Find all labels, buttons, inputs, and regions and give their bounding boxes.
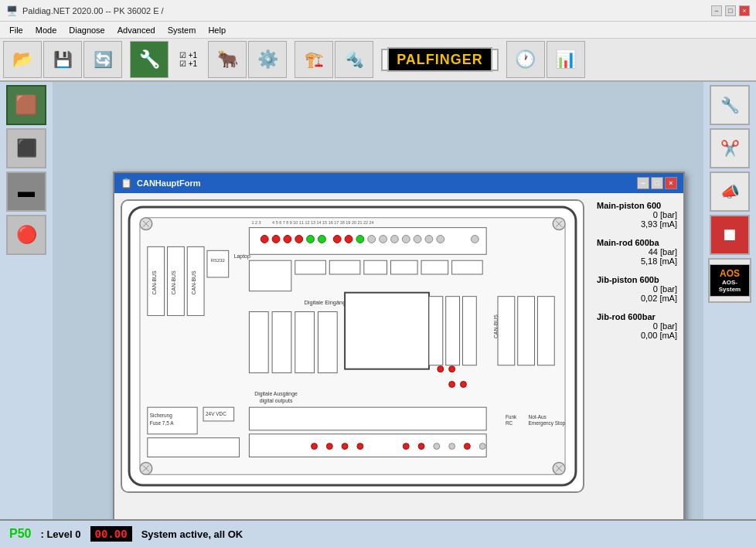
can-dialog-icon: 📋 [121, 178, 132, 189]
sidebar-left-item-4[interactable]: 🔴 [6, 215, 46, 255]
status-level: : Level 0 [40, 528, 80, 540]
svg-point-54 [461, 382, 467, 388]
svg-point-60 [312, 443, 318, 450]
aos-logo: AOSAOS-System [710, 264, 750, 297]
sidebar-left-item-1[interactable]: 🟫 [6, 85, 46, 125]
sidebar-left: 🟫 ⬛ ▬ 🔴 [0, 82, 53, 522]
svg-point-61 [326, 443, 332, 450]
board-icon: ▬ [18, 182, 35, 202]
sidebar-left-item-3[interactable]: ▬ [6, 172, 46, 212]
chart-button[interactable]: 📊 [547, 41, 585, 78]
svg-point-68 [464, 443, 470, 450]
sensor-main-rod-ma: 5,18 [mA] [597, 257, 677, 266]
svg-rect-43 [318, 311, 337, 372]
status-code: P50 [9, 527, 31, 541]
svg-point-69 [479, 443, 485, 450]
electrical-diagram: CAN-BUS CAN-BUS CAN-BUS RS232 Laptop [121, 199, 584, 493]
folder-icon: 📂 [12, 49, 33, 70]
svg-point-25 [380, 236, 387, 243]
sidebar-right-item-1[interactable]: 🔧 [710, 85, 750, 125]
svg-rect-34 [329, 260, 360, 274]
sensor-jib-piston-label: Jib-piston 600b [597, 275, 677, 284]
tool5-button[interactable]: 🔩 [335, 41, 373, 78]
can-dialog-minimize[interactable]: − [637, 177, 649, 189]
svg-point-65 [418, 443, 424, 450]
can-dialog-maximize[interactable]: □ [651, 177, 663, 189]
can-dialog-title-text: CANHauptForm [137, 178, 201, 188]
svg-text:24V  VDC: 24V VDC [206, 411, 226, 416]
svg-rect-50 [518, 297, 535, 365]
palfinger-text: PALFINGER [387, 47, 492, 72]
open-folder-button[interactable]: 📂 [3, 41, 42, 78]
refresh-icon: 🔄 [94, 50, 113, 69]
close-button[interactable]: × [739, 5, 750, 16]
minimize-button[interactable]: − [711, 5, 722, 16]
sidebar-right-item-3[interactable]: 📣 [710, 172, 750, 212]
svg-rect-47 [462, 297, 476, 365]
tool3-button[interactable]: ⚙️ [248, 41, 287, 78]
svg-rect-40 [249, 311, 268, 372]
save-icon: 💾 [53, 50, 73, 69]
sensor-jib-rod-bar: 0 [bar] [597, 321, 677, 331]
sensor-main-piston-label: Main-piston 600 [597, 201, 677, 210]
pcb-icon: 🟫 [15, 94, 38, 116]
svg-text:CAN-BUS: CAN-BUS [152, 270, 157, 294]
svg-rect-32 [249, 260, 291, 291]
sidebar-right: 🔧 ✂️ 📣 ⏹ AOSAOS-System [703, 82, 756, 522]
crane-icon: 🏗️ [305, 50, 324, 69]
can-dialog-titlebar: 📋 CANHauptForm − □ × [114, 173, 683, 193]
sensor-jib-piston-bar: 0 [bar] [597, 284, 677, 294]
tool4-button[interactable]: 🏗️ [295, 41, 333, 78]
status-bar: P50 : Level 0 00.00 System active, all O… [0, 519, 756, 547]
menu-help[interactable]: Help [202, 24, 232, 36]
svg-rect-35 [364, 260, 387, 274]
tool1-icon: 🔧 [139, 49, 160, 70]
svg-point-31 [471, 236, 478, 243]
sensor-main-piston-bar: 0 [bar] [597, 210, 677, 219]
svg-text:Emergency Stop: Emergency Stop [529, 420, 566, 426]
svg-point-53 [449, 366, 455, 372]
can-dialog-close[interactable]: × [665, 177, 677, 189]
palfinger-logo: PALFINGER [381, 49, 499, 71]
menu-file[interactable]: File [3, 24, 29, 36]
tool1-button[interactable]: 🔧 [130, 41, 169, 78]
svg-text:RC: RC [506, 420, 513, 426]
sidebar-right-item-5[interactable]: AOSAOS-System [708, 258, 751, 303]
svg-rect-51 [537, 297, 554, 365]
animal-icon: 🐂 [217, 49, 238, 70]
maximize-button[interactable]: □ [725, 5, 736, 16]
wrench-icon: 🔧 [720, 96, 740, 114]
menu-diagnose[interactable]: Diagnose [63, 24, 111, 36]
svg-point-52 [438, 366, 444, 372]
save-button[interactable]: 💾 [43, 41, 82, 78]
svg-rect-49 [498, 297, 515, 365]
refresh-button[interactable]: 🔄 [83, 41, 122, 78]
title-bar-left: 🖥️ Paldiag.NET 2020.00 -- PK 36002 E / [6, 5, 164, 16]
status-message: System active, all OK [141, 528, 243, 540]
svg-point-63 [357, 443, 363, 450]
svg-point-28 [414, 236, 421, 243]
diagram-svg: CAN-BUS CAN-BUS CAN-BUS RS232 Laptop [122, 201, 583, 491]
svg-point-64 [403, 443, 409, 450]
menu-advanced[interactable]: Advanced [111, 24, 162, 36]
sensor-jib-rod: Jib-rod 600bar 0 [bar] 0,00 [mA] [597, 312, 677, 340]
sensor-jib-piston: Jib-piston 600b 0 [bar] 0,02 [mA] [597, 275, 677, 303]
svg-rect-42 [295, 311, 315, 372]
svg-text:CAN-BUS: CAN-BUS [191, 270, 196, 294]
svg-point-19 [333, 236, 341, 243]
menu-system[interactable]: System [162, 24, 203, 36]
sensor-main-rod: Main-rod 600ba 44 [bar] 5,18 [mA] [597, 238, 677, 266]
svg-text:Digitale Ausgänge: Digitale Ausgänge [254, 391, 298, 397]
sidebar-right-item-4[interactable]: ⏹ [710, 215, 750, 255]
can-dialog-body: CAN-BUS CAN-BUS CAN-BUS RS232 Laptop [114, 193, 683, 518]
sidebar-left-item-2[interactable]: ⬛ [6, 128, 46, 168]
sidebar-right-item-2[interactable]: ✂️ [710, 128, 750, 168]
menu-mode[interactable]: Mode [29, 24, 63, 36]
window-title: Paldiag.NET 2020.00 -- PK 36002 E / [22, 6, 164, 15]
svg-text:Fuse 7,5 A: Fuse 7,5 A [150, 420, 174, 426]
can-sensor-panel: Main-piston 600 0 [bar] 3,93 [mA] Main-r… [591, 193, 683, 518]
can-diagram-area: CAN-BUS CAN-BUS CAN-BUS RS232 Laptop [114, 193, 591, 518]
svg-point-15 [261, 236, 268, 243]
tool2-button[interactable]: 🐂 [208, 41, 247, 78]
clock-button[interactable]: 🕐 [506, 41, 545, 78]
